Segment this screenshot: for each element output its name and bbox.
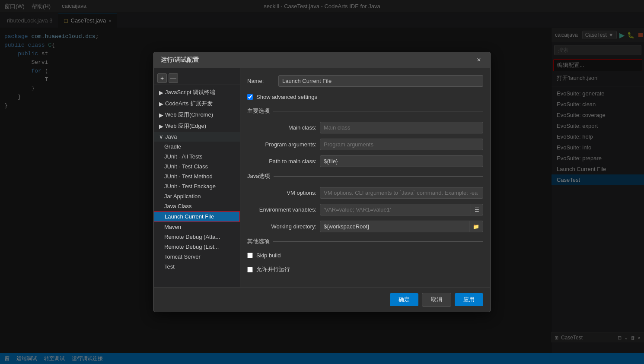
working-dir-browse-button[interactable]: 📁 xyxy=(469,221,483,232)
working-dir-label: Working directory: xyxy=(247,223,316,230)
sidebar-cat-java-arrow: ∨ xyxy=(159,133,163,140)
skip-build-label[interactable]: Skip build xyxy=(256,252,281,259)
sidebar-cat-codearts-arrow: ▶ xyxy=(159,101,163,107)
sidebar-cat-web-edge-arrow: ▶ xyxy=(159,123,163,130)
sidebar-cat-js-label: JavaScript 调试终端 xyxy=(165,89,215,96)
parallel-run-row: 允许并行运行 xyxy=(247,266,483,273)
vm-options-label: VM options: xyxy=(247,190,316,196)
main-class-input[interactable] xyxy=(320,122,483,133)
section-line-3 xyxy=(273,241,483,242)
other-options-label: 其他选项 xyxy=(247,237,270,245)
env-vars-input[interactable] xyxy=(320,204,471,215)
parallel-run-label[interactable]: 允许并行运行 xyxy=(256,266,290,273)
sidebar-cat-js[interactable]: ▶ JavaScript 调试终端 xyxy=(154,87,240,98)
name-label: Name: xyxy=(247,78,273,84)
sidebar-cat-web-chrome-label: Web 应用(Chrome) xyxy=(165,111,213,119)
sidebar-item-junit-class[interactable]: JUnit - Test Class xyxy=(154,161,240,171)
path-main-class-row: Path to main class: xyxy=(247,155,483,167)
sidebar-cat-js-arrow: ▶ xyxy=(159,89,163,96)
modal-header: 运行/调试配置 × xyxy=(154,52,490,68)
env-vars-button[interactable]: ☰ xyxy=(471,204,483,215)
working-dir-row: Working directory: 📁 xyxy=(247,221,483,232)
sidebar-item-maven[interactable]: Maven xyxy=(154,222,240,232)
program-args-input[interactable] xyxy=(320,139,483,150)
sidebar-cat-codearts[interactable]: ▶ CodeArts 扩展开发 xyxy=(154,98,240,109)
modal-config-content: Name: Show advanced settings 主要选项 Main c… xyxy=(240,68,490,287)
modal-body: + — ▶ JavaScript 调试终端 ▶ CodeArts 扩展开发 ▶ … xyxy=(154,68,490,287)
modal-close-button[interactable]: × xyxy=(475,56,483,64)
name-row: Name: xyxy=(247,75,483,87)
sidebar-item-junit-method[interactable]: JUnit - Test Method xyxy=(154,171,240,181)
cancel-button[interactable]: 取消 xyxy=(422,293,451,307)
java-options-label: Java选项 xyxy=(247,172,270,180)
modal-title: 运行/调试配置 xyxy=(161,56,199,64)
modal-sidebar: + — ▶ JavaScript 调试终端 ▶ CodeArts 扩展开发 ▶ … xyxy=(154,68,240,287)
advanced-settings-label[interactable]: Show advanced settings xyxy=(256,94,317,100)
sidebar-item-remote-debug-attach[interactable]: Remote Debug (Atta... xyxy=(154,232,240,242)
main-options-section: 主要选项 xyxy=(247,107,483,115)
env-vars-row: Environment variables: ☰ xyxy=(247,204,483,215)
main-class-label: Main class: xyxy=(247,124,316,131)
env-vars-field: ☰ xyxy=(320,204,483,215)
section-line-1 xyxy=(273,111,483,111)
sidebar-cat-web-chrome[interactable]: ▶ Web 应用(Chrome) xyxy=(154,109,240,120)
sidebar-cat-web-chrome-arrow: ▶ xyxy=(159,112,163,118)
sidebar-item-junit-all[interactable]: JUnit - All Tests xyxy=(154,152,240,161)
sidebar-item-jar-app[interactable]: Jar Application xyxy=(154,191,240,201)
skip-build-checkbox[interactable] xyxy=(247,253,253,258)
other-options-section: 其他选项 xyxy=(247,237,483,245)
confirm-button[interactable]: 确定 xyxy=(390,293,418,306)
sidebar-toolbar: + — xyxy=(154,72,240,85)
vm-options-row: VM options: xyxy=(247,187,483,199)
java-options-section: Java选项 xyxy=(247,172,483,180)
path-main-class-label: Path to main class: xyxy=(247,158,316,165)
sidebar-item-junit-package[interactable]: JUnit - Test Package xyxy=(154,181,240,191)
working-dir-field: 📁 xyxy=(320,221,483,232)
remove-config-button[interactable]: — xyxy=(169,73,178,83)
sidebar-cat-web-edge-label: Web 应用(Edge) xyxy=(165,122,206,130)
advanced-settings-checkbox-row: Show advanced settings xyxy=(247,94,483,100)
main-class-row: Main class: xyxy=(247,122,483,133)
add-config-button[interactable]: + xyxy=(157,73,167,83)
vm-options-input[interactable] xyxy=(320,187,483,199)
apply-button[interactable]: 应用 xyxy=(455,293,483,306)
sidebar-item-tomcat[interactable]: Tomcat Server xyxy=(154,252,240,262)
advanced-settings-checkbox[interactable] xyxy=(247,94,253,100)
main-options-label: 主要选项 xyxy=(247,107,270,115)
section-line-2 xyxy=(274,176,483,177)
env-vars-label: Environment variables: xyxy=(247,206,316,213)
path-main-class-input[interactable] xyxy=(320,155,483,167)
sidebar-item-gradle[interactable]: Gradle xyxy=(154,142,240,152)
sidebar-cat-java-label: Java xyxy=(165,133,177,140)
modal-footer: 确定 取消 应用 xyxy=(154,287,490,312)
sidebar-item-test[interactable]: Test xyxy=(154,262,240,272)
program-args-label: Program arguments: xyxy=(247,141,316,148)
working-dir-input[interactable] xyxy=(320,221,469,232)
sidebar-cat-web-edge[interactable]: ▶ Web 应用(Edge) xyxy=(154,120,240,132)
parallel-run-checkbox[interactable] xyxy=(247,267,253,272)
modal-overlay: 运行/调试配置 × + — ▶ JavaScript 调试终端 ▶ CodeAr… xyxy=(0,0,644,364)
name-input[interactable] xyxy=(278,75,483,87)
run-debug-config-modal: 运行/调试配置 × + — ▶ JavaScript 调试终端 ▶ CodeAr… xyxy=(153,52,491,312)
sidebar-cat-java[interactable]: ∨ Java xyxy=(154,132,240,142)
sidebar-cat-codearts-label: CodeArts 扩展开发 xyxy=(165,100,213,108)
sidebar-item-java-class[interactable]: Java Class xyxy=(154,201,240,211)
sidebar-item-launch-current[interactable]: Launch Current File xyxy=(154,211,240,222)
skip-build-row: Skip build xyxy=(247,252,483,259)
sidebar-item-remote-debug-listen[interactable]: Remote Debug (List... xyxy=(154,242,240,252)
program-args-row: Program arguments: xyxy=(247,139,483,150)
